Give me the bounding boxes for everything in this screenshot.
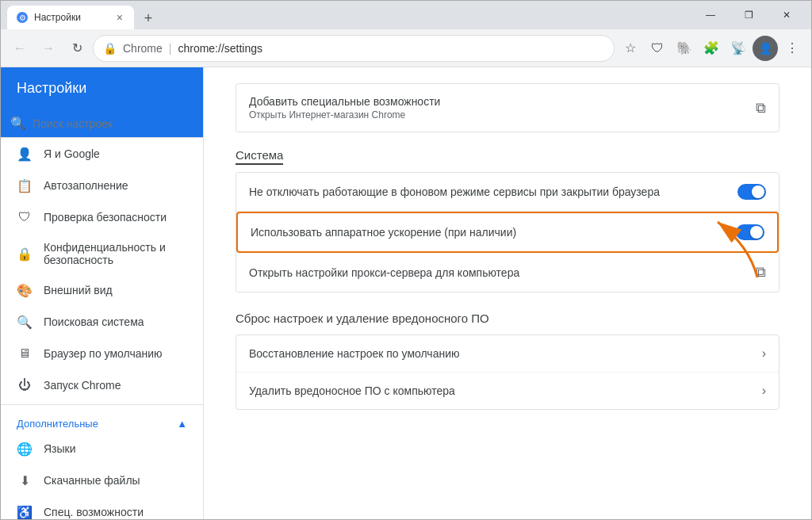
reset-section-title: Сброс настроек и удаление вредоносного П… [236,312,779,325]
sidebar-label-poiskovaya: Поисковая система [44,315,144,328]
sidebar-item-konfidencialnost[interactable]: 🔒 Конфиденциальность и безопасность [1,233,203,274]
main-inner: Добавить специальные возможности Открыть… [204,67,811,432]
remove-label: Удалить вредоносное ПО с компьютера [249,384,762,397]
sistema-section-wrapper: Система [236,148,779,162]
sidebar-item-zapusk[interactable]: ⏻ Запуск Chrome [1,369,203,401]
reset-section: Сброс настроек и удаление вредоносного П… [236,312,779,410]
sidebar-item-skachannye[interactable]: ⬇ Скачанные файлы [1,465,203,496]
address-separator: | [169,42,172,55]
tab-favicon [17,12,28,23]
close-button[interactable]: ✕ [768,3,805,27]
window-controls: — ❒ ✕ [692,3,805,27]
add-extensions-label: Добавить специальные возможности [249,95,756,108]
menu-icon[interactable]: ⋮ [779,36,805,61]
sidebar-scroll: 👤 Я и Google 📋 Автозаполнение 🛡 Проверка… [1,138,203,519]
reload-button[interactable]: ↻ [64,36,90,61]
sidebar-label-avtozapolnenie: Автозаполнение [44,179,128,192]
add-extensions-sublabel: Открыть Интернет-магазин Chrome [249,109,756,120]
search-input[interactable] [33,117,193,130]
download-icon: ⬇ [17,472,33,488]
add-extensions-text: Добавить специальные возможности Открыть… [249,95,756,120]
add-extensions-row[interactable]: Добавить специальные возможности Открыть… [236,84,779,132]
external-link-icon[interactable]: ⧉ [756,100,766,117]
sidebar-label-skachannye: Скачанные файлы [44,474,140,487]
forward-button[interactable]: → [36,36,61,61]
sidebar-label-ya-i-google: Я и Google [44,147,100,160]
sidebar-label-konf: Конфиденциальность и безопасность [44,241,187,266]
magnifier-icon: 🔍 [17,314,33,330]
secure-icon: 🔒 [103,42,117,55]
address-url-text: chrome://settings [178,42,262,55]
sidebar-label-brauzer: Браузер по умолчанию [44,347,163,360]
toolbar-icons: ☆ 🛡 🐘 🧩 📡 👤 ⋮ [618,36,805,61]
back-button[interactable]: ← [7,36,33,61]
sidebar-item-avtozapolnenie[interactable]: 📋 Автозаполнение [1,170,203,201]
sistema-card: Не отключать работающие в фоновом режиме… [236,172,779,292]
add-extensions-section: Добавить специальные возможности Открыть… [236,83,779,132]
address-bar[interactable]: 🔒 Chrome | chrome://settings [93,35,615,62]
app-container: Настройки 🔍 👤 Я и Google 📋 Автозаполнени… [1,67,811,519]
sidebar-item-yazyki[interactable]: 🌐 Языки [1,433,203,465]
proxy-external-icon[interactable]: ⧉ [756,264,766,281]
globe-icon: 🌐 [17,441,33,457]
sistema-section-title: Система [236,148,779,162]
chevron-right-icon-restore: › [762,346,766,361]
shield-icon[interactable]: 🛡 [645,36,670,61]
sidebar-label-proverka: Проверка безопасности [44,211,167,224]
sidebar-item-spec-vozmozhnosti[interactable]: ♿ Спец. возможности [1,496,203,519]
remove-malware-row[interactable]: Удалить вредоносное ПО с компьютера › [236,373,779,409]
hardware-toggle[interactable] [736,224,764,240]
main-content: Добавить специальные возможности Открыть… [204,67,811,519]
sistema-rows: Не отключать работающие в фоновом режиме… [236,172,779,292]
tab-close-button[interactable]: × [115,10,124,25]
proxy-row[interactable]: Открыть настройки прокси-сервера для ком… [236,253,779,292]
sidebar: Настройки 🔍 👤 Я и Google 📋 Автозаполнени… [1,67,204,519]
cast-icon[interactable]: 📡 [726,36,751,61]
proxy-label: Открыть настройки прокси-сервера для ком… [249,266,756,279]
new-tab-button[interactable]: + [137,7,159,29]
sidebar-section-additional[interactable]: Дополнительные ▲ [1,408,203,433]
extensions-icon[interactable]: 🧩 [699,36,724,61]
clipboard-icon: 📋 [17,178,33,193]
lock-icon: 🔒 [17,246,33,262]
sidebar-item-brauzer[interactable]: 🖥 Браузер по умолчанию [1,338,203,369]
sidebar-label-yazyki: Языки [44,442,76,455]
sidebar-item-poiskovaya[interactable]: 🔍 Поисковая система [1,306,203,338]
minimize-button[interactable]: — [692,3,729,27]
browser-window: Настройки × + — ❒ ✕ ← → ↻ 🔒 Chrome | chr… [0,0,812,520]
sidebar-header: Настройки [1,67,203,109]
user-icon: 👤 [17,146,33,162]
sidebar-item-vneshniy-vid[interactable]: 🎨 Внешний вид [1,274,203,306]
search-icon: 🔍 [10,116,26,131]
tab-title: Настройки [34,12,109,23]
power-icon: ⏻ [17,377,33,393]
settings-content: Добавить специальные возможности Открыть… [204,67,811,432]
shield-check-icon: 🛡 [17,209,33,225]
sidebar-item-ya-i-google[interactable]: 👤 Я и Google [1,138,203,170]
sidebar-item-proverka-bezopasnosti[interactable]: 🛡 Проверка безопасности [1,201,203,233]
active-tab[interactable]: Настройки × [7,6,134,29]
titlebar-tabs: Настройки × + [7,1,686,29]
background-row: Не отключать работающие в фоновом режиме… [236,173,779,212]
restore-row[interactable]: Восстановление настроек по умолчанию › [236,335,779,373]
evernote-icon[interactable]: 🐘 [672,36,697,61]
palette-icon: 🎨 [17,282,33,298]
background-label: Не отключать работающие в фоновом режиме… [249,185,737,198]
reset-card: Восстановление настроек по умолчанию › У… [236,335,779,410]
sidebar-divider [1,404,203,405]
hardware-row: Использовать аппаратное ускорение (при н… [236,212,779,253]
sidebar-label-zapusk: Запуск Chrome [44,379,121,392]
chevron-up-icon: ▲ [177,418,187,430]
profile-icon[interactable]: 👤 [753,36,778,61]
maximize-button[interactable]: ❒ [730,3,767,27]
background-toggle[interactable] [737,184,766,200]
address-chrome-label: Chrome [123,42,163,55]
accessibility-icon: ♿ [17,504,33,519]
titlebar: Настройки × + — ❒ ✕ [1,1,811,29]
chevron-right-icon-remove: › [762,384,766,398]
browser-toolbar: ← → ↻ 🔒 Chrome | chrome://settings ☆ 🛡 🐘… [1,29,811,67]
bookmark-icon[interactable]: ☆ [618,36,643,61]
monitor-icon: 🖥 [17,346,33,361]
restore-label: Восстановление настроек по умолчанию [249,347,762,360]
sidebar-section-additional-label: Дополнительные [17,418,98,430]
